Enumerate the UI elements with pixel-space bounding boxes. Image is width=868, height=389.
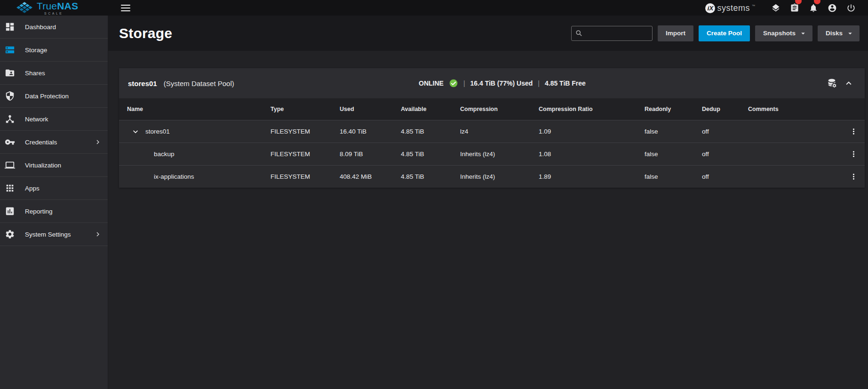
sidebar-item-network[interactable]: Network: [0, 108, 108, 131]
column-header: Readonly: [645, 106, 702, 112]
kebab-menu-icon: [849, 150, 858, 159]
power-button[interactable]: [842, 0, 860, 16]
sidebar-item-dashboard[interactable]: Dashboard: [0, 16, 108, 39]
expand-row-button[interactable]: [130, 126, 141, 137]
table-row-stores01[interactable]: stores01 FILESYSTEM 16.40 TiB 4.85 TiB l…: [119, 120, 865, 143]
power-icon: [846, 3, 856, 13]
layers-icon: [771, 3, 780, 13]
column-header: Used: [340, 106, 401, 112]
row-actions-button[interactable]: [845, 169, 861, 185]
dataset-type: FILESYSTEM: [271, 151, 340, 158]
topbar: TrueNAS SCALE iX systems ™: [0, 0, 868, 16]
dropdown-caret-icon: [799, 29, 804, 38]
account-icon: [828, 3, 837, 13]
device-hub-icon: [5, 114, 15, 124]
dataset-readonly: false: [645, 173, 702, 180]
kebab-menu-icon: [849, 127, 858, 136]
bell-icon: [809, 3, 818, 13]
dataset-compression-ratio: 1.09: [539, 128, 645, 135]
pool-card: stores01 (System Dataset Pool) ONLINE | …: [119, 68, 865, 188]
pool-actions-button[interactable]: [825, 76, 839, 90]
dataset-available: 4.85 TiB: [401, 151, 460, 158]
sidebar-item-system-settings[interactable]: System Settings: [0, 223, 108, 246]
shield-icon: [5, 91, 15, 101]
import-button[interactable]: Import: [658, 25, 693, 41]
clipboard-icon: [790, 3, 799, 13]
storage-icon: [5, 45, 15, 55]
dataset-dedup: off: [702, 173, 748, 180]
pool-name: stores01: [128, 79, 157, 87]
truenas-logo[interactable]: TrueNAS SCALE: [16, 1, 86, 15]
dataset-readonly: false: [645, 128, 702, 135]
column-header: Compression Ratio: [539, 106, 645, 112]
dataset-used: 16.40 TiB: [340, 128, 401, 135]
search-box: [571, 26, 653, 41]
table-row-backup[interactable]: backup FILESYSTEM 8.09 TiB 4.85 TiB Inhe…: [119, 143, 865, 165]
alerts-badge: [814, 0, 820, 4]
chevron-right-icon: [94, 230, 102, 238]
dataset-dedup: off: [702, 128, 748, 135]
row-actions-button[interactable]: [845, 124, 861, 140]
column-header: Available: [401, 106, 460, 112]
dataset-compression: Inherits (lz4): [460, 151, 539, 158]
column-header: Dedup: [702, 106, 748, 112]
sidebar-item-data-protection[interactable]: Data Protection: [0, 85, 108, 108]
ixsystems-logo: iX systems ™: [705, 3, 755, 13]
gear-icon: [5, 229, 15, 239]
topbar-actions: iX systems ™: [705, 0, 860, 16]
dataset-type: FILESYSTEM: [271, 128, 340, 135]
search-icon: [575, 30, 582, 37]
table-header-row: Name Type Used Available Compression Com…: [119, 98, 865, 120]
chevron-right-icon: [94, 138, 102, 146]
content-area: stores01 (System Dataset Pool) ONLINE | …: [108, 51, 868, 188]
database-gear-icon: [827, 78, 837, 88]
truecommand-button[interactable]: [766, 0, 785, 16]
folder-shared-icon: [5, 68, 15, 78]
collapse-pool-button[interactable]: [842, 76, 856, 90]
pool-header: stores01 (System Dataset Pool) ONLINE | …: [119, 68, 865, 98]
datasets-table: Name Type Used Available Compression Com…: [119, 98, 865, 188]
sidebar-item-reporting[interactable]: Reporting: [0, 200, 108, 223]
snapshots-button[interactable]: Snapshots: [755, 25, 812, 41]
disks-button[interactable]: Disks: [818, 25, 860, 41]
dataset-type: FILESYSTEM: [271, 173, 340, 180]
sidebar-item-storage[interactable]: Storage: [0, 39, 108, 62]
page-title: Storage: [119, 25, 172, 41]
apps-grid-icon: [5, 183, 15, 193]
pool-status: ONLINE | 16.4 TiB (77%) Used | 4.85 TiB …: [419, 79, 825, 88]
table-row-ix-applications[interactable]: ix-applications FILESYSTEM 408.42 MiB 4.…: [119, 165, 865, 188]
account-button[interactable]: [823, 0, 842, 16]
sidebar-item-credentials[interactable]: Credentials: [0, 131, 108, 154]
dashboard-icon: [5, 22, 15, 32]
sidebar-item-shares[interactable]: Shares: [0, 62, 108, 85]
row-actions-button[interactable]: [845, 146, 861, 162]
menu-toggle-button[interactable]: [121, 3, 133, 13]
dataset-name: stores01: [145, 128, 170, 135]
dataset-compression-ratio: 1.89: [539, 173, 645, 180]
column-header: Comments: [748, 106, 842, 112]
create-pool-button[interactable]: Create Pool: [699, 25, 750, 41]
page-header: Storage Import Create Pool Snapshots Dis…: [108, 16, 868, 51]
jobs-button[interactable]: [785, 0, 804, 16]
sidebar-item-virtualization[interactable]: Virtualization: [0, 154, 108, 177]
pool-status-text: ONLINE: [419, 79, 444, 87]
dataset-dedup: off: [702, 151, 748, 158]
logo-wordmark: TrueNAS: [37, 1, 78, 11]
dataset-available: 4.85 TiB: [401, 173, 460, 180]
dataset-name: backup: [154, 151, 175, 158]
truenas-logo-icon: [16, 2, 32, 14]
search-input[interactable]: [585, 29, 648, 38]
alerts-button[interactable]: [804, 0, 823, 16]
chevron-down-icon: [131, 127, 140, 136]
pool-free: 4.85 TiB Free: [545, 79, 586, 87]
main-content: Storage Import Create Pool Snapshots Dis…: [108, 16, 868, 389]
laptop-icon: [5, 160, 15, 170]
header-actions: Import Create Pool Snapshots Disks: [571, 25, 860, 41]
pool-subtitle: (System Dataset Pool): [164, 79, 234, 87]
sidebar-item-apps[interactable]: Apps: [0, 177, 108, 200]
column-header: Name: [119, 106, 271, 112]
online-check-icon: [449, 79, 458, 88]
kebab-menu-icon: [849, 172, 858, 181]
sidebar: Dashboard Storage Shares Data Protection…: [0, 16, 108, 389]
ix-mark-icon: iX: [705, 3, 715, 13]
